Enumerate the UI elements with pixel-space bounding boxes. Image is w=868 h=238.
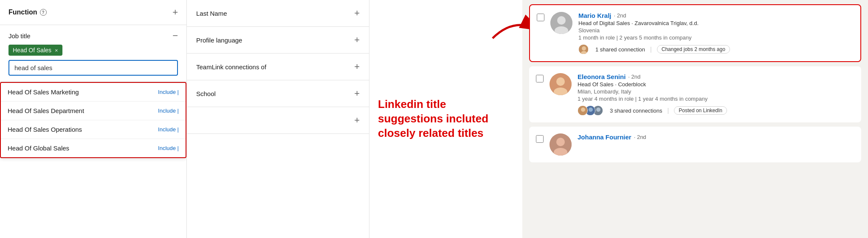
person-name-0[interactable]: Mario Kralj bbox=[578, 12, 612, 19]
result-card-2: Johanna Fournier · 2nd bbox=[529, 127, 861, 162]
job-title-label: Job title bbox=[8, 32, 31, 40]
name-line-0: Mario Kralj · 2nd bbox=[578, 12, 854, 19]
job-title-section: Job title − Head Of Sales × bbox=[0, 25, 186, 82]
suggestion-include-1[interactable]: Include | bbox=[158, 108, 179, 114]
shared-connections-avatars-0 bbox=[578, 44, 586, 54]
result-card-0: Mario Kralj · 2nd Head of Digital Sales … bbox=[529, 4, 861, 62]
svg-point-2 bbox=[557, 16, 566, 25]
svg-point-11 bbox=[581, 108, 585, 112]
suggestion-text-0: Head Of Sales Marketing bbox=[8, 88, 79, 96]
johanna-avatar-icon bbox=[550, 133, 572, 156]
svg-point-17 bbox=[556, 138, 565, 146]
filter-row-0: Last Name + bbox=[187, 0, 369, 27]
name-line-1: Eleonora Senini · 2nd bbox=[578, 73, 854, 80]
badge-0: Changed jobs 2 months ago bbox=[657, 45, 730, 54]
svg-point-15 bbox=[596, 108, 600, 112]
annotation-text: Linkedin title suggestions incluted clos… bbox=[378, 97, 514, 140]
filter-row-2: TeamLink connections of + bbox=[187, 54, 369, 80]
svg-point-8 bbox=[556, 77, 565, 86]
suggestion-include-2[interactable]: Include | bbox=[158, 126, 179, 133]
suggestion-item-0[interactable]: Head Of Sales Marketing Include | bbox=[1, 83, 186, 102]
card-footer-1: 3 shared connections | Posted on LinkedI… bbox=[578, 105, 854, 116]
function-add-button[interactable]: + bbox=[172, 8, 178, 17]
middle-panel: Last Name + Profile language + TeamLink … bbox=[187, 0, 369, 238]
filter-row-1: Profile language + bbox=[187, 27, 369, 54]
suggestion-item-1[interactable]: Head Of Sales Department Include | bbox=[1, 102, 186, 120]
filter-label-2: TeamLink connections of bbox=[196, 63, 266, 71]
suggestion-include-3[interactable]: Include | bbox=[158, 145, 179, 151]
location-1: Milan, Lombardy, Italy bbox=[578, 88, 854, 95]
shared-count-0: 1 shared connection bbox=[595, 46, 645, 53]
conn-avatar-0-1 bbox=[578, 44, 589, 54]
eleonora-avatar-icon bbox=[550, 73, 572, 95]
person-name-2[interactable]: Johanna Fournier bbox=[578, 133, 631, 141]
suggestion-item-2[interactable]: Head Of Sales Operations Include | bbox=[1, 120, 186, 139]
filter-add-2[interactable]: + bbox=[354, 62, 360, 71]
degree-2: · 2nd bbox=[634, 134, 646, 140]
right-panel: Mario Kralj · 2nd Head of Digital Sales … bbox=[522, 0, 868, 238]
suggestion-include-0[interactable]: Include | bbox=[158, 89, 179, 95]
tenure-1: 1 year 4 months in role | 1 year 4 month… bbox=[578, 96, 854, 102]
function-title: Function ? bbox=[8, 8, 47, 16]
job-line-1: Head Of Sales · Coderblock bbox=[578, 81, 854, 88]
tag-text: Head Of Sales bbox=[13, 47, 51, 54]
shared-connections-avatars-1 bbox=[578, 105, 600, 116]
card-footer-0: 1 shared connection | Changed jobs 2 mon… bbox=[578, 44, 854, 54]
tag-remove-icon[interactable]: × bbox=[55, 47, 58, 54]
card-info-1: Eleonora Senini · 2nd Head Of Sales · Co… bbox=[578, 73, 854, 116]
function-help-icon[interactable]: ? bbox=[40, 9, 47, 16]
card-info-2: Johanna Fournier · 2nd bbox=[578, 133, 854, 142]
avatar-2 bbox=[550, 133, 572, 156]
filter-label-3: School bbox=[196, 90, 216, 97]
filter-row-4: + bbox=[187, 107, 369, 134]
name-line-2: Johanna Fournier · 2nd bbox=[578, 133, 854, 141]
filter-label-1: Profile language bbox=[196, 37, 242, 44]
svg-point-5 bbox=[582, 46, 586, 51]
suggestion-text-2: Head Of Sales Operations bbox=[8, 126, 82, 133]
filter-add-1[interactable]: + bbox=[354, 35, 360, 45]
annotation-panel: Linkedin title suggestions incluted clos… bbox=[369, 0, 522, 238]
job-line-0: Head of Digital Sales · Zavarovalnica Tr… bbox=[578, 20, 854, 26]
degree-0: · 2nd bbox=[614, 12, 626, 19]
default-avatar-icon bbox=[550, 12, 572, 34]
filter-add-3[interactable]: + bbox=[354, 89, 360, 98]
filter-add-4[interactable]: + bbox=[354, 116, 360, 125]
left-panel: Function ? + Job title − Head Of Sales ×… bbox=[0, 0, 187, 238]
result-card-1: Eleonora Senini · 2nd Head Of Sales · Co… bbox=[529, 66, 861, 122]
suggestions-list: Head Of Sales Marketing Include | Head O… bbox=[0, 82, 186, 158]
svg-point-13 bbox=[589, 108, 593, 112]
conn-avatar-1-1 bbox=[578, 105, 588, 116]
avatar-1 bbox=[550, 73, 572, 95]
job-title-header: Job title − bbox=[8, 31, 178, 40]
location-0: Slovenia bbox=[578, 27, 854, 34]
badge-1: Posted on LinkedIn bbox=[674, 106, 727, 115]
result-checkbox-2[interactable] bbox=[536, 135, 544, 143]
divider-0: | bbox=[650, 46, 652, 53]
suggestion-text-3: Head Of Global Sales bbox=[8, 144, 69, 152]
head-of-sales-tag[interactable]: Head Of Sales × bbox=[8, 45, 62, 56]
job-title-collapse-button[interactable]: − bbox=[172, 31, 178, 40]
tenure-0: 1 month in role | 2 years 5 months in co… bbox=[578, 34, 854, 41]
result-checkbox-1[interactable] bbox=[536, 75, 544, 82]
divider-1: | bbox=[668, 107, 669, 114]
tag-container: Head Of Sales × bbox=[8, 45, 178, 56]
card-info-0: Mario Kralj · 2nd Head of Digital Sales … bbox=[578, 12, 854, 54]
filter-add-0[interactable]: + bbox=[354, 8, 360, 18]
shared-count-1: 3 shared connections bbox=[610, 108, 662, 114]
job-title-search-input[interactable] bbox=[8, 60, 178, 76]
function-label: Function bbox=[8, 8, 37, 16]
suggestion-item-3[interactable]: Head Of Global Sales Include | bbox=[1, 139, 186, 157]
filter-label-0: Last Name bbox=[196, 10, 227, 17]
result-checkbox-0[interactable] bbox=[537, 14, 544, 21]
degree-1: · 2nd bbox=[628, 74, 640, 80]
suggestion-text-1: Head Of Sales Department bbox=[8, 107, 84, 114]
function-section-header: Function ? + bbox=[0, 0, 186, 25]
avatar-0 bbox=[550, 12, 572, 34]
person-name-1[interactable]: Eleonora Senini bbox=[578, 73, 626, 80]
filter-row-3: School + bbox=[187, 80, 369, 107]
